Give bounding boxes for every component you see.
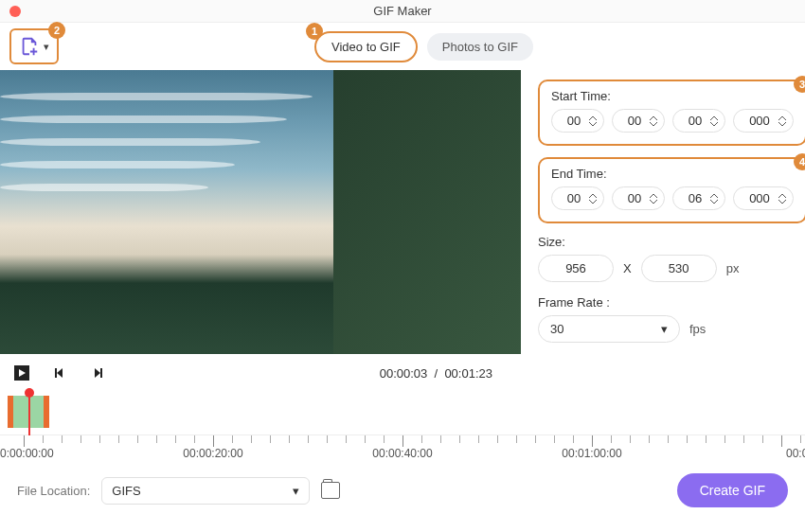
file-location-label: File Location:	[17, 484, 90, 498]
start-seconds-spinner[interactable]: 00	[672, 109, 725, 133]
current-time: 00:00:03	[380, 366, 428, 381]
start-ms-spinner[interactable]: 000	[733, 109, 794, 133]
end-ms-spinner[interactable]: 000	[733, 186, 794, 210]
close-window-dot[interactable]	[9, 6, 21, 17]
add-file-button[interactable]: ▾	[13, 36, 55, 57]
add-file-icon	[19, 36, 40, 57]
chevron-down-icon: ▾	[293, 484, 299, 498]
file-location-select[interactable]: GIFS ▾	[101, 477, 310, 505]
ruler-label: 00:01	[786, 447, 805, 460]
end-time-label: End Time:	[551, 167, 794, 181]
end-minutes-spinner[interactable]: 00	[612, 186, 665, 210]
end-seconds-spinner[interactable]: 06	[672, 186, 725, 210]
play-icon	[14, 365, 29, 381]
chevron-down-icon[interactable]	[649, 121, 658, 127]
size-unit: px	[726, 261, 740, 275]
size-sep: X	[623, 261, 632, 275]
tab-video-to-gif[interactable]: Video to GIF	[314, 31, 418, 62]
video-preview[interactable]	[0, 70, 521, 354]
start-time-label: Start Time:	[551, 89, 794, 103]
chevron-down-icon[interactable]	[709, 199, 719, 204]
fps-label: Frame Rate :	[538, 295, 805, 310]
ruler-label: 00:00:40:00	[372, 447, 432, 460]
tab-photos-to-gif[interactable]: Photos to GIF	[427, 33, 533, 61]
chevron-down-icon[interactable]	[649, 199, 658, 204]
prev-frame-button[interactable]	[49, 363, 70, 383]
chevron-down-icon[interactable]	[778, 121, 787, 127]
step-back-icon	[53, 366, 66, 380]
start-hours-spinner[interactable]: 00	[551, 109, 604, 133]
tab-label: Photos to GIF	[442, 40, 518, 54]
total-duration: 00:01:23	[444, 366, 492, 381]
open-folder-button[interactable]	[321, 482, 340, 499]
create-gif-button[interactable]: Create GIF	[677, 473, 788, 507]
height-input[interactable]: 530	[641, 255, 717, 282]
fps-unit: fps	[689, 322, 706, 336]
end-hours-spinner[interactable]: 00	[551, 186, 604, 210]
next-frame-button[interactable]	[87, 363, 108, 383]
annotation-badge-4: 4	[794, 153, 805, 170]
chevron-down-icon: ▾	[661, 322, 668, 336]
annotation-badge-1: 1	[306, 23, 323, 40]
window-title: GIF Maker	[373, 4, 431, 18]
file-location-value: GIFS	[112, 484, 140, 498]
fps-select[interactable]: 30 ▾	[538, 315, 680, 343]
tab-label: Video to GIF	[331, 40, 401, 54]
ruler-label: 00:01:00:00	[562, 447, 621, 460]
chevron-down-icon: ▾	[44, 41, 49, 53]
time-ruler: 00:00:00:0000:00:20:0000:00:40:0000:01:0…	[0, 435, 805, 464]
width-input[interactable]: 956	[538, 255, 614, 282]
chevron-down-icon[interactable]	[709, 121, 719, 127]
chevron-down-icon[interactable]	[588, 199, 598, 204]
size-label: Size:	[538, 235, 805, 249]
fps-value: 30	[550, 322, 564, 336]
start-minutes-spinner[interactable]: 00	[612, 109, 665, 133]
ruler-label: 00:00:20:00	[183, 447, 242, 460]
playhead-handle[interactable]	[25, 388, 34, 398]
timeline[interactable]	[0, 392, 805, 435]
chevron-down-icon[interactable]	[778, 199, 787, 204]
svg-rect-1	[55, 368, 57, 378]
chevron-down-icon[interactable]	[588, 121, 598, 127]
step-forward-icon	[91, 366, 104, 380]
svg-rect-2	[100, 368, 102, 378]
play-button[interactable]	[11, 363, 32, 383]
annotation-badge-3: 3	[794, 76, 805, 93]
start-time-panel: 3 Start Time: 00 00 00 000	[538, 80, 805, 146]
add-file-group: ▾ 2	[9, 28, 59, 64]
annotation-badge-2: 2	[48, 22, 65, 39]
end-time-panel: 4 End Time: 00 00 06 000	[538, 157, 805, 223]
ruler-label: 00:00:00:00	[0, 447, 54, 460]
